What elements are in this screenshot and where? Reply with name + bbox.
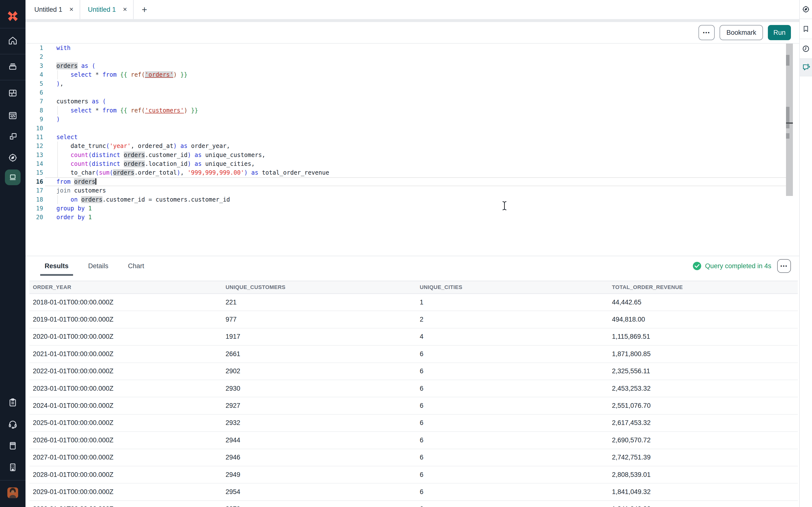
- code-token: .location_id: [145, 160, 187, 167]
- sidebar-item-organization[interactable]: [0, 462, 26, 473]
- code-line[interactable]: 12 date_trunc('year', ordered_at) as ord…: [26, 142, 799, 150]
- table-cell: 6: [420, 454, 612, 461]
- ai-assistant-icon: [801, 63, 811, 72]
- code-token: ,: [131, 143, 138, 150]
- sidebar-item-dashboard[interactable]: [0, 88, 26, 99]
- table-row[interactable]: 2021-01-01T00:00:00.000Z266161,871,800.8…: [30, 346, 798, 363]
- panel-item-discover[interactable]: [800, 0, 812, 19]
- table-row[interactable]: 2026-01-01T00:00:00.000Z294462,690,570.7…: [30, 432, 798, 449]
- code-line[interactable]: 16from orders: [26, 177, 799, 186]
- panel-item-history[interactable]: [800, 39, 812, 59]
- table-row[interactable]: 2020-01-01T00:00:00.000Z191741,115,869.5…: [30, 329, 798, 346]
- sidebar-item-windows[interactable]: [0, 131, 26, 142]
- table-cell: 2019-01-01T00:00:00.000Z: [33, 316, 225, 323]
- editor-scrollbar[interactable]: [786, 44, 793, 196]
- code-token: to_char: [70, 169, 95, 176]
- panel-item-bookmarks[interactable]: [800, 19, 812, 39]
- code-token: [56, 160, 70, 167]
- results-table: ORDER_YEARUNIQUE_CUSTOMERSUNIQUE_CITIEST…: [30, 281, 798, 507]
- tab-details[interactable]: Details: [84, 256, 113, 276]
- tab-untitled-2[interactable]: Untitled 1 ✕: [80, 0, 134, 19]
- sidebar-item-inbox[interactable]: [0, 61, 26, 72]
- code-line[interactable]: 4 select * from {{ ref('orders') }}: [26, 70, 799, 79]
- code-line[interactable]: 8 select * from {{ ref('customers') }}: [26, 106, 799, 115]
- code-token: 'year': [110, 143, 131, 150]
- sidebar-item-support[interactable]: [0, 419, 26, 430]
- code-token: ): [184, 107, 187, 114]
- line-number: 3: [26, 61, 43, 70]
- code-token: [177, 71, 180, 78]
- code-line[interactable]: 5),: [26, 79, 799, 88]
- table-row[interactable]: 2029-01-01T00:00:00.000Z295461,841,049.3…: [30, 484, 798, 501]
- line-number: 5: [26, 79, 43, 88]
- run-button[interactable]: Run: [768, 25, 791, 40]
- avatar-image: [7, 488, 18, 498]
- code-line[interactable]: 19group by 1: [26, 204, 799, 213]
- table-row[interactable]: 2025-01-01T00:00:00.000Z293262,617,453.3…: [30, 415, 798, 432]
- table-row[interactable]: 2027-01-01T00:00:00.000Z294662,742,751.3…: [30, 449, 798, 466]
- code-line[interactable]: 18 on orders.customer_id = customers.cus…: [26, 195, 799, 204]
- code-token: }}: [191, 107, 198, 114]
- table-cell: 1,841,049.32: [612, 488, 798, 496]
- code-line[interactable]: 13 count(distinct orders.customer_id) as…: [26, 151, 799, 160]
- code-token: with: [56, 45, 70, 51]
- code-line-content: [43, 52, 799, 61]
- table-cell: 2946: [225, 454, 420, 461]
- results-more-button[interactable]: •••: [777, 259, 791, 273]
- line-number: 6: [26, 88, 43, 97]
- table-row[interactable]: 2019-01-01T00:00:00.000Z9772494,818.00: [30, 311, 798, 328]
- bookmark-button[interactable]: Bookmark: [720, 25, 763, 40]
- code-line[interactable]: 11select: [26, 133, 799, 142]
- table-row[interactable]: 2028-01-01T00:00:00.000Z294962,808,539.0…: [30, 466, 798, 484]
- code-line-content: count(distinct orders.location_id) as un…: [43, 160, 799, 168]
- sidebar-item-home[interactable]: [0, 35, 26, 46]
- code-token: as: [195, 160, 202, 167]
- code-line[interactable]: 10: [26, 124, 799, 133]
- scroll-marker: [786, 107, 790, 122]
- code-token: [85, 205, 88, 212]
- new-tab-button[interactable]: +: [134, 0, 155, 19]
- sidebar-item-clipboard[interactable]: [0, 397, 26, 408]
- table-row[interactable]: 2022-01-01T00:00:00.000Z290262,325,556.1…: [30, 363, 798, 380]
- sidebar-item-terminal[interactable]: [5, 169, 20, 185]
- close-icon[interactable]: ✕: [123, 7, 127, 12]
- tab-chart[interactable]: Chart: [123, 256, 149, 276]
- code-line[interactable]: 14 count(distinct orders.location_id) as…: [26, 160, 799, 168]
- close-icon[interactable]: ✕: [69, 7, 73, 12]
- tab-untitled-1[interactable]: Untitled 1 ✕: [27, 0, 80, 19]
- table-cell: 2024-01-01T00:00:00.000Z: [33, 402, 225, 409]
- code-line[interactable]: 17join customers: [26, 186, 799, 195]
- code-line[interactable]: 9): [26, 115, 799, 124]
- code-line[interactable]: 2: [26, 52, 799, 61]
- tab-results[interactable]: Results: [40, 256, 73, 276]
- table-row[interactable]: 2030-01-01T00:00:00.000Z287961,841,049.3…: [30, 501, 798, 507]
- user-avatar[interactable]: [0, 488, 26, 498]
- code-line[interactable]: 6: [26, 88, 799, 97]
- code-line[interactable]: 15 to_char(sum(orders.order_total), '999…: [26, 168, 799, 177]
- status-text: Query completed in 4s: [705, 262, 771, 270]
- code-line[interactable]: 1with: [26, 44, 799, 52]
- table-cell: 2930: [225, 385, 420, 392]
- more-options-button[interactable]: •••: [699, 25, 715, 40]
- app-logo[interactable]: [0, 9, 26, 23]
- code-token: ): [56, 116, 60, 123]
- home-icon: [7, 35, 18, 46]
- code-token: customers: [56, 98, 88, 105]
- table-row[interactable]: 2023-01-01T00:00:00.000Z293062,453,253.3…: [30, 380, 798, 397]
- code-token: [120, 160, 123, 167]
- code-token: count: [70, 160, 88, 167]
- code-line[interactable]: 3orders as (: [26, 61, 799, 70]
- code-token: as: [92, 98, 99, 105]
- sidebar-item-docs[interactable]: [0, 440, 26, 451]
- sidebar-item-discover[interactable]: [0, 152, 26, 163]
- panel-item-ai-assistant[interactable]: [800, 59, 812, 76]
- code-line[interactable]: 7customers as (: [26, 97, 799, 106]
- table-row[interactable]: 2024-01-01T00:00:00.000Z292762,551,076.7…: [30, 397, 798, 414]
- code-line[interactable]: 20order by 1: [26, 213, 799, 222]
- sql-editor[interactable]: 1with23orders as (4 select * from {{ ref…: [26, 44, 799, 256]
- table-row[interactable]: 2018-01-01T00:00:00.000Z221144,442.65: [30, 294, 798, 311]
- table-cell: 44,442.65: [612, 298, 798, 306]
- success-check-icon: [693, 262, 701, 270]
- sidebar-item-code-editor[interactable]: [0, 110, 26, 121]
- column-header: UNIQUE_CUSTOMERS: [225, 284, 420, 290]
